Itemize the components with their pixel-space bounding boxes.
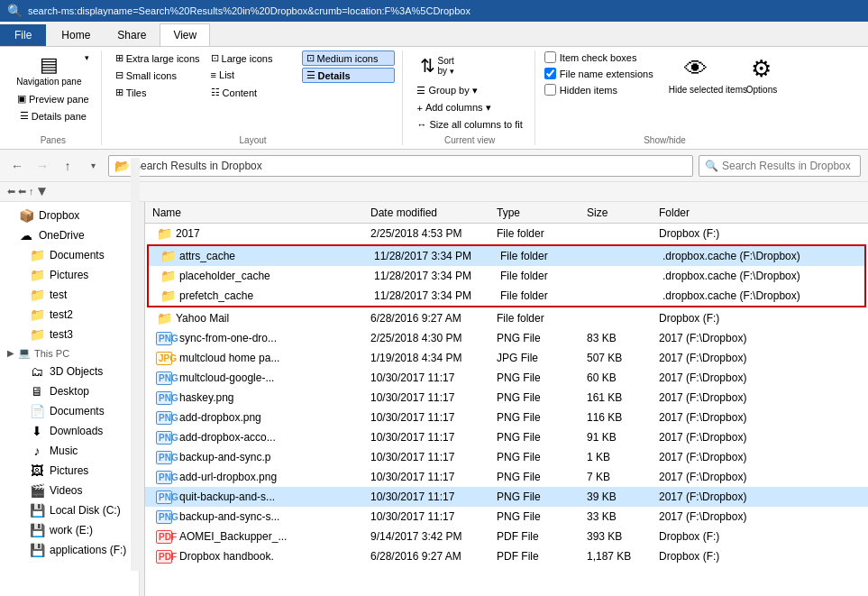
tab-share[interactable]: Share bbox=[104, 23, 160, 46]
title-bar-text: search-ms:displayname=Search%20Results%2… bbox=[28, 5, 471, 16]
file-date-cell: 6/28/2016 9:27 AM bbox=[370, 312, 497, 325]
folder-icon: 📁 bbox=[156, 311, 172, 326]
col-header-size[interactable]: Size bbox=[587, 206, 659, 219]
size-columns-icon: ↔ bbox=[416, 119, 426, 130]
sidebar-scrollbar[interactable] bbox=[131, 202, 140, 571]
preview-pane-btn[interactable]: ▣ Preview pane bbox=[13, 91, 94, 106]
address-bar[interactable]: 📂 Search Results in Dropbox bbox=[108, 155, 693, 177]
file-name-extensions-label[interactable]: File name extensions bbox=[544, 67, 653, 80]
table-row[interactable]: 📁 attrs_cache 11/28/2017 3:34 PM File fo… bbox=[149, 246, 864, 266]
medium-icons-btn[interactable]: ⊡Medium icons bbox=[302, 50, 396, 66]
table-row[interactable]: PDF AOMEI_Backupper_... 9/14/2017 3:42 P… bbox=[145, 527, 868, 546]
file-name-cell: 📁 Yahoo Mail bbox=[145, 311, 370, 326]
sidebar-item-pictures[interactable]: 📁 Pictures bbox=[0, 265, 139, 285]
sort-by-label: by ▾ bbox=[437, 66, 453, 76]
table-row[interactable]: PNG add-dropbox-acco... 10/30/2017 11:17… bbox=[145, 427, 868, 447]
table-row[interactable]: PNG haskey.png 10/30/2017 11:17 PNG File… bbox=[145, 388, 868, 408]
file-folder-cell: .dropbox.cache (F:\Dropbox) bbox=[662, 250, 864, 262]
sidebar-item-test2[interactable]: 📁 test2 bbox=[0, 305, 139, 325]
file-type-cell: PDF File bbox=[497, 550, 587, 563]
sidebar-item-onedrive[interactable]: ☁ OneDrive bbox=[0, 225, 139, 245]
table-row[interactable]: PNG sync-from-one-dro... 2/25/2018 4:30 … bbox=[145, 328, 868, 348]
extra-large-icons-btn[interactable]: ⊞Extra large icons bbox=[111, 50, 205, 66]
forward-btn[interactable]: → bbox=[32, 156, 52, 176]
navigation-pane-btn[interactable]: ▤ Navigation pane ▾ bbox=[14, 50, 92, 89]
recent-btn[interactable]: ▾ bbox=[83, 156, 103, 176]
tiles-btn[interactable]: ⊞Tiles bbox=[111, 85, 205, 100]
col-header-type[interactable]: Type bbox=[497, 206, 587, 219]
table-row[interactable]: PNG add-url-dropbox.png 10/30/2017 11:17… bbox=[145, 467, 868, 487]
file-folder-cell: Dropbox (F:) bbox=[659, 227, 868, 240]
sidebar-item-applications-f[interactable]: 💾 applications (F:) bbox=[0, 540, 139, 560]
search-box[interactable]: 🔍 bbox=[699, 155, 861, 177]
list-btn[interactable]: ≡List bbox=[206, 68, 300, 82]
hidden-items-input[interactable] bbox=[544, 84, 556, 96]
tab-home[interactable]: Home bbox=[48, 23, 104, 46]
details-pane-btn[interactable]: ☰ Details pane bbox=[15, 108, 91, 124]
options-btn[interactable]: ⚙ Options bbox=[738, 50, 785, 99]
sidebar-section-this-pc[interactable]: ▶ 💻 This PC bbox=[0, 344, 139, 362]
sort-by-btn[interactable]: ⇅ Sort by ▾ bbox=[412, 50, 526, 81]
col-header-folder[interactable]: Folder bbox=[659, 206, 868, 219]
sidebar-item-music[interactable]: ♪ Music bbox=[0, 441, 139, 461]
sidebar-item-documents[interactable]: 📁 Documents bbox=[0, 245, 139, 265]
table-row[interactable]: JPG multcloud home pa... 1/19/2018 4:34 … bbox=[145, 348, 868, 368]
file-date-cell: 11/28/2017 3:34 PM bbox=[374, 250, 500, 262]
add-columns-btn[interactable]: + Add columns ▾ bbox=[412, 100, 526, 115]
sidebar-item-videos[interactable]: 🎬 Videos bbox=[0, 481, 139, 500]
table-row[interactable]: PNG multcloud-google-... 10/30/2017 11:1… bbox=[145, 368, 868, 388]
file-folder-cell: Dropbox (F:) bbox=[659, 530, 868, 543]
table-row[interactable]: 📁 prefetch_cache 11/28/2017 3:34 PM File… bbox=[149, 286, 864, 306]
content-btn[interactable]: ☷Content bbox=[206, 85, 300, 100]
file-date-cell: 10/30/2017 11:17 bbox=[370, 471, 497, 483]
table-row[interactable]: PNG backup-and-sync-s... 10/30/2017 11:1… bbox=[145, 507, 868, 527]
file-name-cell: PNG add-dropbox-acco... bbox=[145, 431, 370, 445]
tab-view[interactable]: View bbox=[160, 23, 210, 46]
file-name-extensions-input[interactable] bbox=[544, 68, 556, 79]
hidden-items-label[interactable]: Hidden items bbox=[544, 83, 653, 96]
sidebar-item-documents2[interactable]: 📄 Documents bbox=[0, 401, 139, 421]
file-name-cell: 📁 prefetch_cache bbox=[149, 289, 374, 303]
table-row[interactable]: 📁 Yahoo Mail 6/28/2016 9:27 AM File fold… bbox=[145, 308, 868, 328]
tab-file[interactable]: File bbox=[0, 24, 46, 46]
file-name-cell: 📁 attrs_cache bbox=[149, 249, 374, 263]
table-row[interactable]: PNG quit-backup-and-s... 10/30/2017 11:1… bbox=[145, 487, 868, 507]
group-by-btn[interactable]: ☰ Group by ▾ bbox=[412, 83, 526, 98]
large-icons-btn[interactable]: ⊡Large icons bbox=[206, 50, 300, 66]
sidebar-item-dropbox[interactable]: 📦 Dropbox bbox=[0, 206, 139, 225]
file-name-cell: 📁 placeholder_cache bbox=[149, 269, 374, 283]
file-date-cell: 10/30/2017 11:17 bbox=[370, 451, 497, 463]
file-folder-cell: 2017 (F:\Dropbox) bbox=[659, 411, 868, 424]
table-row[interactable]: PNG add-dropbox.png 10/30/2017 11:17 PNG… bbox=[145, 408, 868, 427]
file-folder-cell: 2017 (F:\Dropbox) bbox=[659, 371, 868, 384]
item-checkboxes-label[interactable]: Item check boxes bbox=[544, 50, 653, 64]
folder-icon: 📁 bbox=[160, 269, 176, 283]
table-row[interactable]: PNG backup-and-sync.p 10/30/2017 11:17 P… bbox=[145, 447, 868, 467]
sidebar-item-downloads[interactable]: ⬇ Downloads bbox=[0, 421, 139, 441]
sidebar-item-local-disk-c[interactable]: 💾 Local Disk (C:) bbox=[0, 500, 139, 520]
sidebar-item-pictures2[interactable]: 🖼 Pictures bbox=[0, 461, 139, 481]
sidebar-item-work-e[interactable]: 💾 work (E:) bbox=[0, 520, 139, 540]
file-type-cell: PNG File bbox=[497, 391, 587, 404]
item-checkboxes-input[interactable] bbox=[544, 51, 556, 63]
back-btn[interactable]: ← bbox=[7, 156, 27, 176]
col-header-name[interactable]: Name bbox=[145, 206, 370, 219]
col-header-date[interactable]: Date modified bbox=[370, 206, 497, 219]
music-icon: ♪ bbox=[29, 444, 45, 458]
up-btn[interactable]: ↑ bbox=[58, 156, 78, 176]
sidebar-item-3d-objects[interactable]: 🗂 3D Objects bbox=[0, 362, 139, 381]
sidebar-item-test3[interactable]: 📁 test3 bbox=[0, 325, 139, 344]
file-list: Name Date modified Type Size Folder 📁 20… bbox=[145, 202, 868, 596]
hide-selected-btn[interactable]: 👁 Hide selected items bbox=[661, 50, 731, 100]
table-row[interactable]: PDF Dropbox handbook. 6/28/2016 9:27 AM … bbox=[145, 546, 868, 566]
sidebar-item-test[interactable]: 📁 test bbox=[0, 285, 139, 305]
details-btn[interactable]: ☰Details bbox=[302, 68, 396, 83]
search-input[interactable] bbox=[722, 160, 854, 172]
table-row[interactable]: 📁 placeholder_cache 11/28/2017 3:34 PM F… bbox=[149, 266, 864, 286]
table-row[interactable]: 📁 2017 2/25/2018 4:53 PM File folder Dro… bbox=[145, 224, 868, 243]
main-content: 📦 Dropbox ☁ OneDrive 📁 Documents 📁 Pictu… bbox=[0, 202, 868, 596]
file-date-cell: 11/28/2017 3:34 PM bbox=[374, 270, 500, 282]
sidebar-item-desktop[interactable]: 🖥 Desktop bbox=[0, 381, 139, 401]
small-icons-btn[interactable]: ⊟Small icons bbox=[111, 68, 205, 83]
size-columns-btn[interactable]: ↔ Size all columns to fit bbox=[412, 117, 526, 132]
